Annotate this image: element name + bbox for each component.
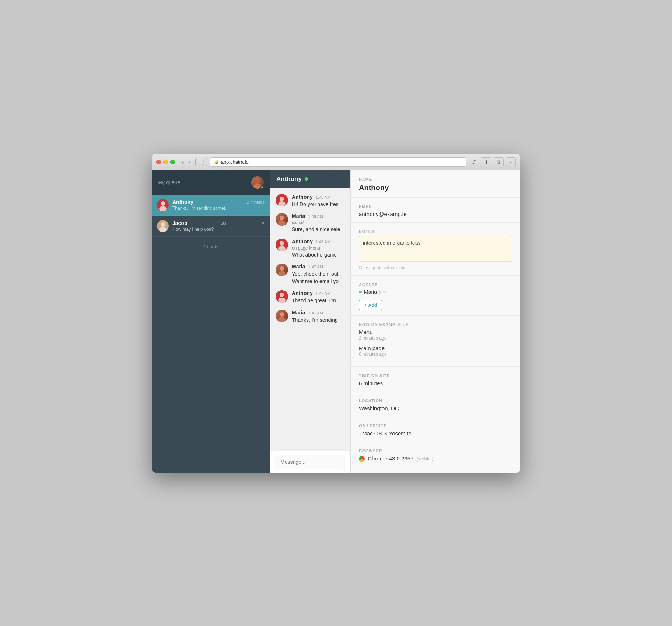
browser-actions: ⬆ ⧉ + — [481, 157, 516, 167]
svg-point-7 — [280, 197, 284, 201]
msg-avatar-anthony-0 — [276, 194, 288, 206]
svg-point-3 — [161, 201, 165, 206]
msg-avatar-maria-1 — [276, 213, 288, 226]
chrome-icon — [359, 456, 365, 462]
msg-time-3: 1:47 AM — [308, 265, 323, 269]
svg-point-5 — [161, 222, 165, 227]
reload-button[interactable]: ↺ — [469, 158, 478, 166]
now-on-section: NOW ON EXAMPLE.LE Menu 2 minutes ago Mai… — [351, 316, 520, 367]
message-group-4: Anthony 1:47 AM That'd be great. I'm — [276, 290, 344, 305]
msg-sender-3: Maria — [292, 264, 305, 269]
message-group-3: Maria 1:47 AM Yep, check them outWant me… — [276, 264, 344, 285]
notes-textarea[interactable]: interested in organic teas — [359, 236, 512, 262]
close-button[interactable] — [156, 160, 161, 164]
chats-count: 2 chats — [152, 237, 270, 257]
tab-view-button[interactable]: ⬜ — [195, 158, 207, 166]
msg-time-5: 1:47 AM — [308, 311, 323, 315]
msg-time-4: 1:47 AM — [316, 291, 330, 296]
notes-section: NOTES interested in organic teas Only ag… — [351, 223, 520, 276]
msg-sender-4: Anthony — [292, 290, 313, 296]
messages-area: Anthony 1:46 AM Hi! Do you have fres — [270, 188, 350, 451]
browser-window: ‹ › ⬜ 🔒 app.chatra.io ↺ ⬆ ⧉ + My queue — [152, 154, 520, 473]
message-input-area — [270, 451, 350, 473]
traffic-lights — [156, 160, 175, 164]
url-text: app.chatra.io — [221, 159, 249, 165]
msg-time-2: 1:46 AM — [316, 240, 330, 244]
chat-item-anthony[interactable]: Anthony 2 minutes Thanks, I'm sending so… — [152, 195, 270, 216]
message-group-0: Anthony 1:46 AM Hi! Do you have fres — [276, 194, 344, 208]
now-on-label: NOW ON EXAMPLE.LE — [359, 322, 512, 327]
browser-text: Chrome 43.0.2357 — [368, 455, 413, 462]
os-text: Mac OS X Yosemite — [362, 430, 411, 437]
chat-info-anthony: Anthony 2 minutes Thanks, I'm sending so… — [172, 199, 265, 211]
svg-point-10 — [278, 220, 286, 226]
share-button[interactable]: ⬆ — [481, 157, 491, 167]
msg-bubble-0: Hi! Do you have fres — [292, 201, 344, 208]
msg-content-4: Anthony 1:47 AM That'd be great. I'm — [292, 290, 344, 305]
svg-point-13 — [280, 266, 284, 271]
address-bar[interactable]: 🔒 app.chatra.io — [210, 157, 466, 167]
location-section: LOCATION Washington, DC — [351, 392, 520, 417]
name-value: Anthony — [359, 184, 512, 192]
lock-icon: 🔒 — [214, 160, 219, 164]
msg-bubble-4: That'd be great. I'm — [292, 297, 344, 305]
forward-button[interactable]: › — [186, 158, 192, 166]
svg-point-18 — [278, 317, 286, 322]
chat-time-anthony: 2 minutes — [247, 200, 265, 204]
svg-point-6 — [159, 227, 167, 232]
message-input[interactable] — [275, 455, 345, 469]
svg-point-14 — [278, 271, 286, 276]
page-time-menu: 2 minutes ago — [359, 335, 512, 341]
message-group-5: Maria 1:47 AM Thanks, I'm sending — [276, 310, 344, 324]
minimize-button[interactable] — [163, 160, 168, 164]
svg-point-12 — [278, 246, 286, 251]
agent-you-maria: you — [379, 289, 387, 295]
msg-bubble-3: Yep, check them outWant me to email yo — [292, 271, 344, 285]
location-label: LOCATION — [359, 399, 512, 403]
browser-section: BROWSER Chrome 43.0.2357 (webkit) — [351, 442, 520, 467]
add-agent-button[interactable]: + Add — [359, 300, 382, 310]
sidebar: My queue — [152, 170, 270, 473]
maximize-button[interactable] — [170, 160, 175, 164]
apple-icon:  — [359, 431, 361, 437]
chat-preview-jacob: How may I help you? — [172, 227, 265, 232]
msg-sender-2: Anthony — [292, 239, 313, 244]
email-label: EMAIL — [359, 204, 512, 209]
msg-header-5: Maria 1:47 AM — [292, 310, 344, 316]
sidebar-header: My queue — [152, 170, 270, 195]
tabs-button[interactable]: ⧉ — [494, 157, 504, 167]
msg-time-0: 1:46 AM — [316, 195, 330, 199]
time-on-site-value: 6 minutes — [359, 380, 512, 386]
msg-bubble-1: Sure, and a nice sele — [292, 226, 344, 233]
new-tab-button[interactable]: + — [506, 157, 516, 167]
msg-bubble-2: What about organic — [292, 251, 344, 259]
msg-content-0: Anthony 1:46 AM Hi! Do you have fres — [292, 194, 344, 208]
time-on-site-section: TIME ON SITE 6 minutes — [351, 367, 520, 392]
location-value: Washington, DC — [359, 405, 512, 411]
chat-item-jacob[interactable]: Jacob Jul × How may I help you? — [152, 216, 270, 237]
page-name-main: Main page — [359, 345, 512, 351]
back-button[interactable]: ‹ — [180, 158, 186, 166]
msg-sender-1: Maria — [292, 213, 305, 219]
agents-label: AGENTS — [359, 282, 512, 287]
msg-header-3: Maria 1:47 AM — [292, 264, 344, 269]
browser-chrome: ‹ › ⬜ 🔒 app.chatra.io ↺ ⬆ ⧉ + — [152, 154, 520, 170]
right-panel: NAME Anthony EMAIL anthony@examp.le NOTE… — [351, 170, 520, 473]
close-chat-jacob[interactable]: × — [262, 220, 265, 226]
time-on-site-label: TIME ON SITE — [359, 373, 512, 378]
msg-subtext-1: joined — [292, 220, 344, 225]
page-link-menu[interactable]: Menu — [309, 246, 320, 251]
msg-header-0: Anthony 1:46 AM — [292, 194, 344, 200]
name-label: NAME — [359, 177, 512, 181]
chat-header-name: Anthony — [276, 175, 302, 183]
notes-label: NOTES — [359, 229, 512, 234]
agent-row-maria: Maria you — [359, 289, 512, 295]
svg-point-8 — [278, 201, 286, 206]
svg-point-16 — [278, 298, 286, 303]
app-container: My queue — [152, 170, 520, 473]
svg-point-17 — [280, 312, 284, 317]
msg-content-5: Maria 1:47 AM Thanks, I'm sending — [292, 310, 344, 324]
os-value:  Mac OS X Yosemite — [359, 430, 512, 437]
chat-header: Anthony — [270, 170, 350, 188]
chat-preview-anthony: Thanks, I'm sending somet... — [172, 206, 265, 211]
